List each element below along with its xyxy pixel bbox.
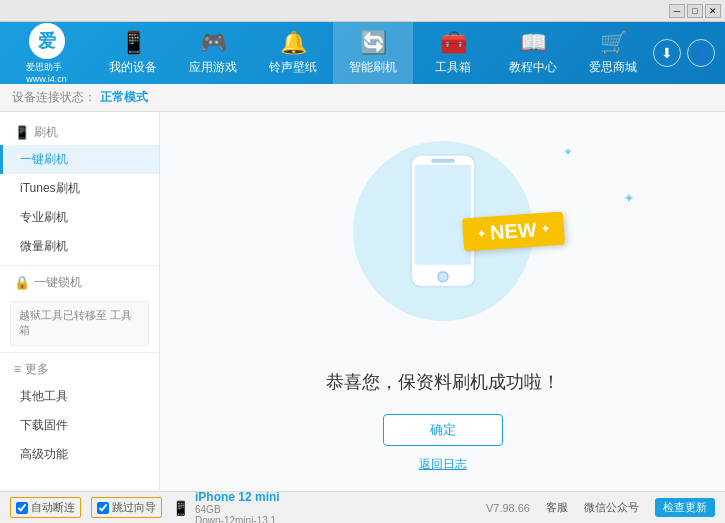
toolbox-icon: 🧰 — [440, 30, 467, 56]
ringtone-icon: 🔔 — [280, 30, 307, 56]
sparkle-3: ✦ — [563, 145, 573, 159]
sidebar-warning: 越狱工具已转移至 工具箱 — [10, 301, 149, 346]
nav-item-store[interactable]: 🛒 爱思商城 — [573, 22, 653, 84]
back-link[interactable]: 返回日志 — [419, 456, 467, 473]
success-message: 恭喜您，保资料刷机成功啦！ — [326, 370, 560, 394]
smart-flash-icon: 🔄 — [360, 30, 387, 56]
device-model: Down-12mini-13.1 — [195, 515, 280, 524]
status-label: 设备连接状态： — [12, 89, 96, 106]
customer-service-link[interactable]: 客服 — [546, 500, 568, 515]
sidebar-divider-1 — [0, 265, 159, 266]
minimize-button[interactable]: ─ — [669, 4, 685, 18]
nav-item-tutorial[interactable]: 📖 教程中心 — [493, 22, 573, 84]
maximize-button[interactable]: □ — [687, 4, 703, 18]
apps-games-icon: 🎮 — [200, 30, 227, 56]
nav-right: ⬇ 👤 — [653, 39, 725, 67]
more-icon: ≡ — [14, 362, 21, 376]
logo-text: 爱思助手 www.i4.cn — [26, 61, 67, 84]
auto-close-input[interactable] — [16, 502, 28, 514]
auto-close-checkbox[interactable]: 自动断连 — [10, 497, 81, 518]
device-info: 📱 iPhone 12 mini 64GB Down-12mini-13.1 — [172, 490, 280, 524]
nav-item-my-device[interactable]: 📱 我的设备 — [93, 22, 173, 84]
main-content: 📱 刷机 一键刷机 iTunes刷机 专业刷机 微量刷机 🔒 一键锁机 越狱工具… — [0, 112, 725, 491]
my-device-icon: 📱 — [120, 30, 147, 56]
check-update-button[interactable]: 检查更新 — [655, 498, 715, 517]
sidebar-item-wipe-flash[interactable]: 微量刷机 — [0, 232, 159, 261]
lock-icon: 🔒 — [14, 275, 30, 290]
device-capacity: 64GB — [195, 504, 280, 515]
nav-items: 📱 我的设备 🎮 应用游戏 🔔 铃声壁纸 🔄 智能刷机 🧰 工具箱 📖 教程中心… — [93, 22, 653, 84]
sparkle-2: ✦ — [623, 190, 635, 206]
sidebar-item-advanced[interactable]: 高级功能 — [0, 440, 159, 469]
sidebar-item-itunes-flash[interactable]: iTunes刷机 — [0, 174, 159, 203]
new-badge: ✦ NEW ✦ — [461, 212, 564, 252]
header: 爱 爱思助手 www.i4.cn 📱 我的设备 🎮 应用游戏 🔔 铃声壁纸 🔄 … — [0, 22, 725, 84]
logo-area: 爱 爱思助手 www.i4.cn — [0, 23, 93, 84]
nav-item-toolbox[interactable]: 🧰 工具箱 — [413, 22, 493, 84]
bottom-bar: 自动断连 跳过向导 📱 iPhone 12 mini 64GB Down-12m… — [0, 491, 725, 523]
nav-item-apps-games[interactable]: 🎮 应用游戏 — [173, 22, 253, 84]
version-label: V7.98.66 — [486, 502, 530, 514]
download-button[interactable]: ⬇ — [653, 39, 681, 67]
flash-section-title: 📱 刷机 — [0, 120, 159, 145]
sidebar-item-other-tools[interactable]: 其他工具 — [0, 382, 159, 411]
more-section-title: ≡ 更多 — [0, 357, 159, 382]
store-icon: 🛒 — [600, 30, 627, 56]
skip-wizard-input[interactable] — [97, 502, 109, 514]
sidebar-item-download-firmware[interactable]: 下载固件 — [0, 411, 159, 440]
skip-wizard-checkbox[interactable]: 跳过向导 — [91, 497, 162, 518]
user-button[interactable]: 👤 — [687, 39, 715, 67]
success-illustration: ✦ NEW ✦ ✦ ✦ ✦ — [333, 130, 553, 350]
sidebar-item-pro-flash[interactable]: 专业刷机 — [0, 203, 159, 232]
status-bar: 设备连接状态： 正常模式 — [0, 84, 725, 112]
svg-rect-2 — [431, 159, 455, 163]
lock-section-title: 🔒 一键锁机 — [0, 270, 159, 295]
nav-item-smart-flash[interactable]: 🔄 智能刷机 — [333, 22, 413, 84]
flash-section-icon: 📱 — [14, 125, 30, 140]
device-icon: 📱 — [172, 500, 189, 516]
nav-item-ringtone[interactable]: 🔔 铃声壁纸 — [253, 22, 333, 84]
device-name: iPhone 12 mini — [195, 490, 280, 504]
bottom-left: 自动断连 跳过向导 📱 iPhone 12 mini 64GB Down-12m… — [10, 490, 486, 524]
confirm-button[interactable]: 确定 — [383, 414, 503, 446]
bottom-right: V7.98.66 客服 微信公众号 检查更新 — [486, 498, 715, 517]
sidebar-item-one-click-flash[interactable]: 一键刷机 — [0, 145, 159, 174]
status-value: 正常模式 — [100, 89, 148, 106]
svg-point-3 — [438, 272, 448, 282]
tutorial-icon: 📖 — [520, 30, 547, 56]
content-area: ✦ NEW ✦ ✦ ✦ ✦ 恭喜您，保资料刷机成功啦！ 确定 返回日志 — [160, 112, 725, 491]
sidebar-divider-2 — [0, 352, 159, 353]
close-button[interactable]: ✕ — [705, 4, 721, 18]
wechat-link[interactable]: 微信公众号 — [584, 500, 639, 515]
title-bar: ─ □ ✕ — [0, 0, 725, 22]
sidebar: 📱 刷机 一键刷机 iTunes刷机 专业刷机 微量刷机 🔒 一键锁机 越狱工具… — [0, 112, 160, 491]
logo-icon: 爱 — [29, 23, 65, 59]
